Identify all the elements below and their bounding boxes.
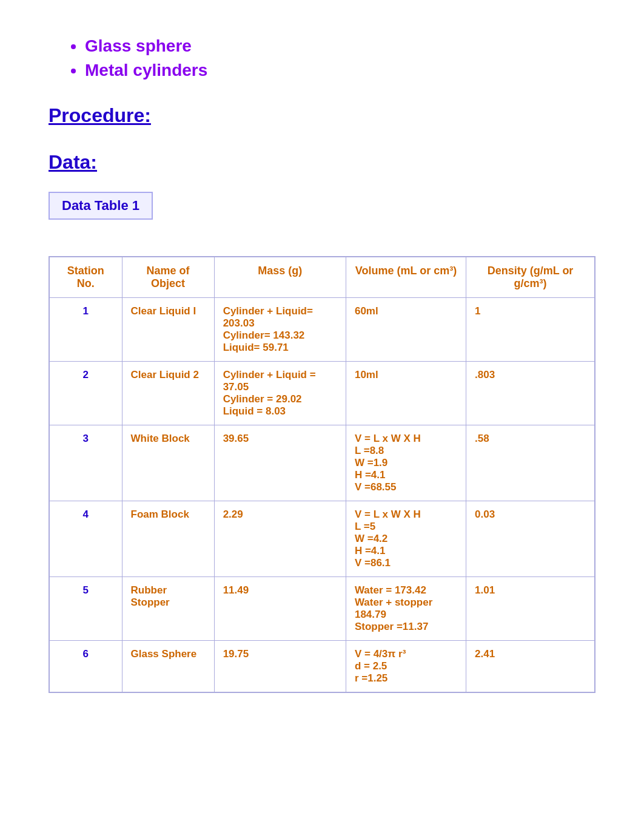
density-value: .58	[466, 425, 595, 501]
station-number: 2	[49, 362, 122, 425]
col-header-volume: Volume (mL or cm³)	[346, 257, 466, 298]
data-table-label: Data Table 1	[49, 192, 153, 220]
station-number: 3	[49, 425, 122, 501]
data-table: Station No. Name of Object Mass (g) Volu…	[49, 256, 595, 693]
col-header-density: Density (g/mL or g/cm³)	[466, 257, 595, 298]
mass-value: Cylinder + Liquid= 203.03Cylinder= 143.3…	[214, 298, 346, 362]
table-row: 2Clear Liquid 2Cylinder + Liquid = 37.05…	[49, 362, 595, 425]
table-row: 6Glass Sphere19.75V = 4/3π r³d = 2.5r =1…	[49, 641, 595, 693]
density-value: 0.03	[466, 501, 595, 577]
bullet-item-2: Metal cylinders	[85, 61, 595, 80]
object-name: Rubber Stopper	[122, 577, 214, 641]
table-row: 3White Block39.65V = L x W X HL =8.8W =1…	[49, 425, 595, 501]
bullet-item-1: Glass sphere	[85, 36, 595, 56]
table-header-row: Station No. Name of Object Mass (g) Volu…	[49, 257, 595, 298]
data-heading: Data:	[49, 151, 595, 174]
mass-value: Cylinder + Liquid = 37.05Cylinder = 29.0…	[214, 362, 346, 425]
volume-value: Water = 173.42Water + stopper 184.79Stop…	[346, 577, 466, 641]
density-value: .803	[466, 362, 595, 425]
mass-value: 19.75	[214, 641, 346, 693]
object-name: Glass Sphere	[122, 641, 214, 693]
object-name: Clear Liquid I	[122, 298, 214, 362]
volume-value: 10ml	[346, 362, 466, 425]
object-name: White Block	[122, 425, 214, 501]
station-number: 1	[49, 298, 122, 362]
bullet-list: Glass sphere Metal cylinders	[49, 36, 595, 80]
col-header-station: Station No.	[49, 257, 122, 298]
procedure-heading: Procedure:	[49, 104, 595, 127]
mass-value: 2.29	[214, 501, 346, 577]
mass-value: 11.49	[214, 577, 346, 641]
object-name: Foam Block	[122, 501, 214, 577]
density-value: 1.01	[466, 577, 595, 641]
density-value: 1	[466, 298, 595, 362]
volume-value: V = 4/3π r³d = 2.5r =1.25	[346, 641, 466, 693]
volume-value: V = L x W X HL =8.8W =1.9H =4.1V =68.55	[346, 425, 466, 501]
table-row: 4Foam Block2.29V = L x W X HL =5W =4.2H …	[49, 501, 595, 577]
volume-value: 60ml	[346, 298, 466, 362]
station-number: 4	[49, 501, 122, 577]
station-number: 6	[49, 641, 122, 693]
density-value: 2.41	[466, 641, 595, 693]
station-number: 5	[49, 577, 122, 641]
volume-value: V = L x W X HL =5W =4.2H =4.1V =86.1	[346, 501, 466, 577]
table-row: 5Rubber Stopper11.49Water = 173.42Water …	[49, 577, 595, 641]
col-header-name: Name of Object	[122, 257, 214, 298]
col-header-mass: Mass (g)	[214, 257, 346, 298]
mass-value: 39.65	[214, 425, 346, 501]
object-name: Clear Liquid 2	[122, 362, 214, 425]
table-row: 1Clear Liquid ICylinder + Liquid= 203.03…	[49, 298, 595, 362]
